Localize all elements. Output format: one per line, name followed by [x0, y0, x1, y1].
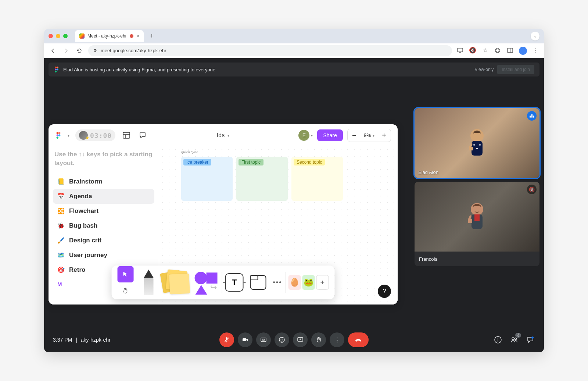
zoom-value[interactable]: 9%▾ [361, 132, 377, 138]
section-tool[interactable] [250, 275, 266, 290]
svg-point-34 [498, 338, 498, 339]
participant-tile[interactable]: Elad Alon [415, 108, 539, 178]
zoom-in-button[interactable]: + [377, 131, 391, 140]
meeting-details-button[interactable] [493, 335, 503, 345]
raise-hand-button[interactable] [311, 332, 326, 347]
figma-presentation: ▾ ★ 03:00 fds ▾ E ▾ Share [49, 124, 398, 305]
svg-rect-23 [474, 214, 480, 221]
svg-point-37 [515, 338, 517, 340]
sticky-note-tool[interactable] [161, 270, 190, 295]
svg-point-7 [55, 71, 57, 72]
back-button[interactable] [49, 46, 57, 55]
designcrit-icon: 🖌️ [57, 237, 65, 244]
reload-button[interactable] [75, 46, 84, 55]
profile-avatar[interactable] [519, 47, 527, 55]
template-user-journey[interactable]: 🗺️User journey [53, 248, 154, 263]
window-maximize[interactable] [63, 34, 68, 38]
template-design-crit[interactable]: 🖌️Design crit [53, 233, 154, 248]
present-button[interactable] [293, 332, 308, 347]
figma-logo-icon[interactable] [55, 132, 62, 139]
svg-rect-0 [458, 48, 463, 52]
chrome-menu-icon[interactable]: ⋮ [532, 47, 539, 54]
svg-point-9 [58, 132, 60, 134]
person-thumbsup-icon [462, 198, 492, 235]
sticky-note[interactable]: First topic [236, 157, 288, 201]
svg-point-31 [283, 339, 283, 340]
comments-icon[interactable] [137, 130, 148, 140]
view-only-label: View-only [474, 67, 494, 72]
forward-button[interactable] [62, 46, 71, 55]
svg-rect-13 [123, 132, 130, 138]
person-thumbsup-icon [462, 125, 492, 161]
captions-button[interactable]: CC [256, 332, 271, 347]
timer-chip[interactable]: ★ 03:00 [75, 129, 115, 141]
layout-icon[interactable] [121, 130, 132, 140]
svg-point-36 [512, 338, 514, 340]
flowchart-icon: 🔀 [57, 207, 65, 215]
separator: | [76, 337, 77, 343]
address-bar: ⚙ meet.google.com/aky-hzpk-ehr 🔇 ☆ ⋮ [44, 43, 544, 58]
meeting-info: 3:37 PM | aky-hzpk-ehr [53, 337, 111, 343]
svg-point-6 [57, 69, 58, 71]
help-button[interactable]: ? [378, 285, 391, 298]
marker-tool[interactable] [140, 270, 158, 295]
userjourney-icon: 🗺️ [57, 252, 65, 259]
site-settings-icon[interactable]: ⚙ [93, 48, 98, 53]
canvas-script-label: quick sync [181, 149, 198, 154]
clock-time: 3:37 PM [53, 337, 72, 343]
template-bug-bash[interactable]: 🐞Bug bash [53, 218, 154, 233]
participant-video [415, 108, 539, 178]
url-input[interactable]: ⚙ meet.google.com/aky-hzpk-ehr [88, 45, 452, 56]
user-avatar: E [298, 130, 309, 141]
new-tab-button[interactable]: + [147, 31, 157, 41]
chat-button[interactable] [526, 335, 535, 345]
tab-title: Meet - aky-hzpk-ehr [87, 33, 127, 39]
camera-button[interactable] [238, 332, 252, 347]
screen-share-icon[interactable] [456, 47, 464, 54]
svg-text:CC: CC [262, 339, 265, 341]
browser-tab[interactable]: Meet - aky-hzpk-ehr × [75, 30, 144, 42]
stamp-widget[interactable]: 🥚 [288, 275, 301, 290]
people-button[interactable]: 3 [509, 335, 519, 345]
reactions-button[interactable] [275, 332, 289, 347]
zoom-out-button[interactable]: − [348, 131, 361, 140]
participant-tile[interactable]: 🔇 Francois [415, 182, 539, 266]
svg-point-12 [57, 137, 58, 139]
more-tools-icon[interactable]: ••• [273, 279, 282, 286]
window-close[interactable] [49, 34, 53, 38]
activity-banner: Elad Alon is hosting an activity using F… [49, 63, 539, 76]
microphone-button[interactable] [219, 332, 234, 347]
add-widget-button[interactable]: + [316, 275, 329, 290]
audio-muted-icon[interactable]: 🔇 [469, 47, 476, 54]
banner-text: Elad Alon is hosting an activity using F… [63, 67, 215, 72]
sticker-widget[interactable]: 🐸 [302, 275, 315, 290]
share-button[interactable]: Share [317, 129, 343, 141]
install-join-button[interactable]: Install and join [497, 65, 534, 74]
side-panel-icon[interactable] [506, 47, 514, 54]
select-tool[interactable] [118, 266, 134, 282]
template-brainstorm[interactable]: 📒Brainstorm [53, 174, 154, 189]
figma-menu-caret-icon[interactable]: ▾ [68, 133, 69, 138]
window-minimize[interactable] [56, 34, 60, 38]
more-options-button[interactable]: ⋮ [330, 332, 344, 347]
template-flowchart[interactable]: 🔀Flowchart [53, 204, 154, 218]
canvas-notes: Ice breaker First topic Second topic [181, 157, 343, 201]
svg-point-4 [57, 67, 58, 68]
tab-search-button[interactable]: ⌄ [531, 32, 539, 40]
svg-point-10 [57, 134, 58, 136]
hand-tool[interactable] [118, 282, 134, 299]
leave-call-button[interactable] [348, 332, 369, 347]
speaking-indicator-icon [527, 111, 537, 121]
bookmark-star-icon[interactable]: ☆ [481, 47, 489, 54]
shapes-tool[interactable]: ↪ [193, 270, 219, 295]
text-tool[interactable]: T [225, 273, 244, 292]
sticky-note[interactable]: Second topic [291, 157, 343, 201]
svg-point-30 [281, 339, 282, 340]
extensions-icon[interactable] [494, 47, 501, 54]
tab-close-icon[interactable]: × [136, 33, 139, 39]
presence-avatar-group[interactable]: E ▾ [298, 130, 313, 141]
svg-point-19 [479, 144, 481, 146]
file-name-area[interactable]: fds ▾ [217, 132, 229, 139]
template-agenda[interactable]: 📅Agenda [53, 189, 154, 204]
sticky-note[interactable]: Ice breaker [181, 157, 233, 201]
